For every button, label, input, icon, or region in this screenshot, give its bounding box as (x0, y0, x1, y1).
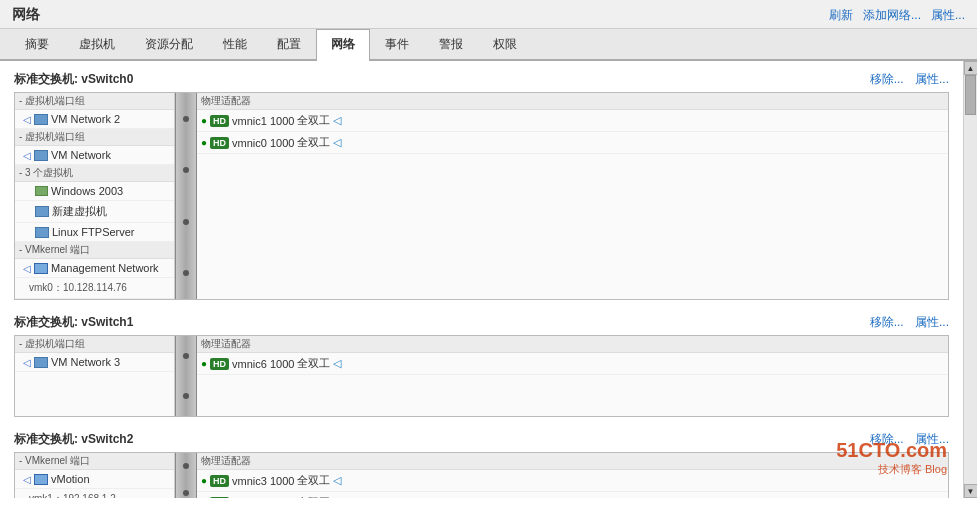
nav-tabs: 摘要 虚拟机 资源分配 性能 配置 网络 事件 警报 权限 (0, 29, 977, 61)
vswitch0-newvm-row: 新建虚拟机 (15, 201, 174, 223)
page-title: 网络 (12, 6, 40, 24)
switch-vswitch1-center (175, 336, 197, 416)
content-area: 标准交换机: vSwitch0 移除... 属性... - 虚拟机端口组 ◁ V… (0, 61, 963, 498)
port-icon-vm-network3: ◁ (23, 357, 31, 368)
tab-performance[interactable]: 性能 (208, 29, 262, 59)
vswitch0-nic2-speed: 1000 (270, 137, 294, 149)
main-area: 标准交换机: vSwitch0 移除... 属性... - 虚拟机端口组 ◁ V… (0, 61, 977, 498)
properties-button[interactable]: 属性... (931, 7, 965, 24)
vswitch1-nic6-speed: 1000 (270, 358, 294, 370)
vswitch0-vm-network-row: ◁ VM Network (15, 146, 174, 165)
vmotion-icon (34, 474, 48, 485)
vswitch0-vmk-ip: vmk0：10.128.114.76 (23, 281, 127, 295)
scrollbar: ▲ ▼ (963, 61, 977, 498)
switch-vswitch2-title: 标准交换机: vSwitch2 (14, 431, 133, 448)
vswitch1-phys-label: 物理适配器 (197, 336, 948, 353)
vswitch0-nic1-conn-arrow: ● (201, 115, 207, 126)
switch-vswitch0-layout: - 虚拟机端口组 ◁ VM Network 2 - 虚拟机端口组 ◁ VM Ne… (14, 92, 949, 300)
newvm-icon (35, 206, 49, 217)
vswitch1-nic6-link: ◁ (333, 357, 341, 370)
vswitch2-nic2-conn-arrow: ● (201, 497, 207, 498)
switch-vswitch2-layout: - VMkernel 端口 ◁ vMotion vmk1：192.168.1.2 (14, 452, 949, 498)
switch-vswitch1-properties[interactable]: 属性... (915, 315, 949, 329)
switch-vswitch2-header: 标准交换机: vSwitch2 移除... 属性... (14, 431, 949, 448)
vswitch1-nic6-conn-arrow: ● (201, 358, 207, 369)
switch-vswitch1-layout: - 虚拟机端口组 ◁ VM Network 3 物理适配器 ● HD (14, 335, 949, 417)
linux-icon (35, 227, 49, 238)
switch-vswitch0: 标准交换机: vSwitch0 移除... 属性... - 虚拟机端口组 ◁ V… (14, 71, 949, 300)
watermark: 51CTO.com 技术博客 Blog (836, 439, 947, 477)
tab-events[interactable]: 事件 (370, 29, 424, 59)
vswitch2-nic3-duplex: 全双工 (297, 473, 330, 488)
vswitch2-nic2-speed: 1000 (270, 497, 294, 499)
vswitch0-nic2-name: vmnic0 (232, 137, 267, 149)
switch-vswitch2-left: - VMkernel 端口 ◁ vMotion vmk1：192.168.1.2 (15, 453, 175, 498)
vm-network2-label: VM Network 2 (51, 113, 120, 125)
vswitch0-vm-count-label: - 3 个虚拟机 (15, 165, 174, 182)
tab-network[interactable]: 网络 (316, 29, 370, 61)
vswitch2-vmotion-row: ◁ vMotion (15, 470, 174, 489)
vswitch0-nic1-link: ◁ (333, 114, 341, 127)
switch-vswitch0-header: 标准交换机: vSwitch0 移除... 属性... (14, 71, 949, 88)
port-icon-vm-network2: ◁ (23, 114, 31, 125)
scrollbar-thumb[interactable] (965, 75, 976, 115)
switch-vswitch0-properties[interactable]: 属性... (915, 72, 949, 86)
vm-network3-icon (34, 357, 48, 368)
switch-vswitch0-remove[interactable]: 移除... (870, 72, 904, 86)
vswitch1-vm-network3-row: ◁ VM Network 3 (15, 353, 174, 372)
vswitch1-nic6-name: vmnic6 (232, 358, 267, 370)
vswitch2-vmkernel-label: - VMkernel 端口 (15, 453, 174, 470)
switch-dot4 (183, 270, 189, 276)
switch-vswitch0-left: - 虚拟机端口组 ◁ VM Network 2 - 虚拟机端口组 ◁ VM Ne… (15, 93, 175, 299)
switch-vswitch0-center (175, 93, 197, 299)
switch-dot2 (183, 167, 189, 173)
vswitch0-vm-portgroup-label2: - 虚拟机端口组 (15, 129, 174, 146)
tab-alarms[interactable]: 警报 (424, 29, 478, 59)
scrollbar-down[interactable]: ▼ (964, 484, 978, 498)
tab-config[interactable]: 配置 (262, 29, 316, 59)
vswitch2-nic2-row: ● HD vmnic2 1000 全双工 ◁ (197, 492, 948, 498)
vswitch2-nic2-name: vmnic2 (232, 497, 267, 499)
switch-dot1 (183, 116, 189, 122)
windows2003-icon (35, 186, 48, 196)
vswitch1-vm-portgroup-label: - 虚拟机端口组 (15, 336, 174, 353)
port-icon-mgmt: ◁ (23, 263, 31, 274)
windows2003-label: Windows 2003 (51, 185, 123, 197)
mgmt-label: Management Network (51, 262, 159, 274)
switch-vswitch0-title: 标准交换机: vSwitch0 (14, 71, 133, 88)
tab-resource[interactable]: 资源分配 (130, 29, 208, 59)
scrollbar-up[interactable]: ▲ (964, 61, 978, 75)
vswitch2-nic3-link: ◁ (333, 474, 341, 487)
scrollbar-track (964, 75, 977, 484)
switch-vswitch1-remove[interactable]: 移除... (870, 315, 904, 329)
switch-vswitch1-left: - 虚拟机端口组 ◁ VM Network 3 (15, 336, 175, 416)
vswitch1-nic6-duplex: 全双工 (297, 356, 330, 371)
vswitch0-nic2-icon: HD (210, 137, 229, 149)
header-actions: 刷新 添加网络... 属性... (829, 7, 965, 24)
watermark-site: 51CTO.com (836, 439, 947, 462)
vmotion-label: vMotion (51, 473, 90, 485)
vm-network-icon (34, 150, 48, 161)
switch-vswitch1-title: 标准交换机: vSwitch1 (14, 314, 133, 331)
vm-network2-icon (34, 114, 48, 125)
switch-vswitch2-center (175, 453, 197, 498)
newvm-label: 新建虚拟机 (52, 204, 107, 219)
tab-vms[interactable]: 虚拟机 (64, 29, 130, 59)
port-icon-vm-network: ◁ (23, 150, 31, 161)
linux-label: Linux FTPServer (52, 226, 135, 238)
refresh-button[interactable]: 刷新 (829, 7, 853, 24)
switch-vswitch1-right: 物理适配器 ● HD vmnic6 1000 全双工 ◁ (197, 336, 948, 416)
vswitch0-vmk-ip-row: vmk0：10.128.114.76 (15, 278, 174, 299)
vswitch0-nic2-link: ◁ (333, 136, 341, 149)
switch2-dot1 (183, 463, 189, 469)
vswitch1-nic6-icon: HD (210, 358, 229, 370)
page-header: 网络 刷新 添加网络... 属性... (0, 0, 977, 29)
vswitch2-nic3-conn-arrow: ● (201, 475, 207, 486)
add-network-button[interactable]: 添加网络... (863, 7, 921, 24)
vm-network-label: VM Network (51, 149, 111, 161)
vswitch0-nic1-name: vmnic1 (232, 115, 267, 127)
tab-permissions[interactable]: 权限 (478, 29, 532, 59)
vswitch2-nic3-name: vmnic3 (232, 475, 267, 487)
switch2-dot2 (183, 490, 189, 496)
tab-summary[interactable]: 摘要 (10, 29, 64, 59)
